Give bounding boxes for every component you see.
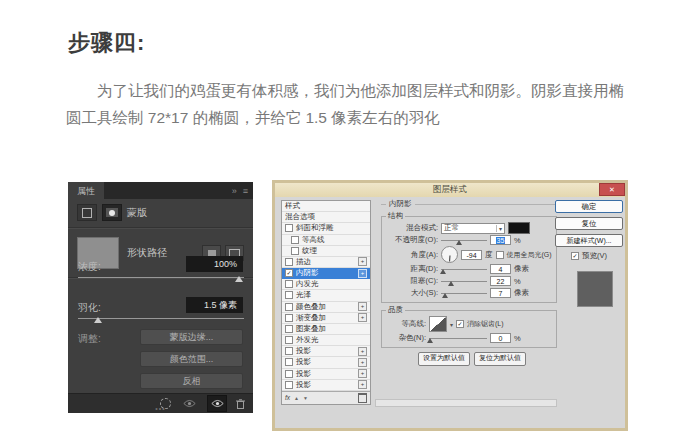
checkbox-icon[interactable] <box>285 325 293 333</box>
list-item-inner-glow[interactable]: 内发光 <box>282 279 370 290</box>
dialog-title: 图层样式 <box>433 184 467 196</box>
noise-slider[interactable] <box>429 334 487 343</box>
color-range-button[interactable]: 颜色范围... <box>140 351 243 367</box>
move-effect-up-icon[interactable]: ▲ <box>294 395 299 401</box>
list-item-inner-shadow[interactable]: ✓内阴影+ <box>282 268 370 279</box>
noise-unit: % <box>514 334 521 343</box>
list-item-drop-shadow[interactable]: 投影+ <box>282 380 370 391</box>
list-item-styles[interactable]: 样式 <box>282 201 370 212</box>
tab-properties[interactable]: 属性 <box>68 182 104 199</box>
close-icon[interactable]: ✕ <box>599 183 625 196</box>
feather-slider[interactable] <box>78 318 244 319</box>
dropdown-arrow-icon[interactable]: ▾ <box>450 321 453 328</box>
list-item-stroke[interactable]: 描边+ <box>282 257 370 268</box>
slider-thumb[interactable] <box>235 276 243 282</box>
checkbox-icon[interactable] <box>285 336 293 344</box>
angle-dial[interactable] <box>441 246 458 263</box>
choke-input[interactable]: 22 <box>490 276 511 286</box>
checkbox-icon[interactable] <box>285 347 293 355</box>
shadow-color-swatch[interactable] <box>508 222 530 234</box>
antialias-checkbox[interactable]: ✓ <box>456 320 464 328</box>
delete-effect-icon[interactable] <box>358 393 367 403</box>
list-item-drop-shadow[interactable]: 投影+ <box>282 369 370 380</box>
list-item-satin[interactable]: 光泽 <box>282 290 370 301</box>
checkbox-icon[interactable] <box>285 358 293 366</box>
checkbox-icon[interactable]: ✓ <box>285 269 293 277</box>
contour-picker[interactable] <box>429 316 447 332</box>
expand-icon[interactable]: + <box>358 358 367 367</box>
checkbox-icon[interactable] <box>285 381 293 389</box>
add-effect-fx-icon[interactable]: fx <box>285 394 290 401</box>
invert-button[interactable]: 反相 <box>140 373 243 389</box>
expand-icon[interactable]: + <box>358 302 367 311</box>
size-input[interactable]: 7 <box>490 288 511 298</box>
panel-menu-icon[interactable]: ≡ <box>243 186 248 196</box>
new-style-button[interactable]: 新建样式(W)... <box>555 234 623 247</box>
checkbox-icon[interactable] <box>285 224 293 232</box>
use-global-light-checkbox[interactable] <box>496 251 504 259</box>
reset-default-button[interactable]: 复位为默认值 <box>474 352 526 366</box>
expand-icon[interactable]: + <box>358 369 367 378</box>
reset-button[interactable]: 复位 <box>555 217 623 230</box>
square-glyph <box>82 208 92 218</box>
size-slider[interactable] <box>441 289 487 298</box>
list-item-blending-options[interactable]: 混合选项 <box>282 212 370 223</box>
ok-button[interactable]: 确定 <box>555 200 623 213</box>
feather-value[interactable]: 1.5 像素 <box>186 297 243 313</box>
apply-mask-eye-icon[interactable] <box>180 396 198 411</box>
slider-thumb[interactable] <box>94 317 102 323</box>
expand-icon[interactable]: + <box>358 380 367 389</box>
slider-thumb[interactable] <box>427 338 433 343</box>
blend-mode-select[interactable]: 正常 ▾ <box>441 223 505 234</box>
section-title: 内阴影 <box>389 199 412 209</box>
list-item-outer-glow[interactable]: 外发光 <box>282 335 370 346</box>
list-item-contour[interactable]: 等高线 <box>282 235 370 246</box>
checkbox-icon[interactable] <box>285 303 293 311</box>
expand-icon[interactable]: + <box>358 257 367 266</box>
mask-edge-button[interactable]: 蒙版边缘... <box>140 329 243 345</box>
expand-icon[interactable]: + <box>358 313 367 322</box>
list-item-drop-shadow[interactable]: 投影+ <box>282 357 370 368</box>
checkbox-icon[interactable] <box>285 258 293 266</box>
checkbox-icon[interactable] <box>285 370 293 378</box>
checkbox-icon[interactable] <box>285 291 293 299</box>
list-item-texture[interactable]: 纹理 <box>282 246 370 257</box>
enable-mask-eye-icon[interactable] <box>207 395 227 412</box>
distance-input[interactable]: 4 <box>490 264 511 274</box>
panel-resize-grip[interactable]: ••• <box>155 405 165 412</box>
delete-mask-icon[interactable] <box>236 399 245 409</box>
vector-mask-icon[interactable] <box>102 204 122 221</box>
expand-icon[interactable]: + <box>358 269 367 278</box>
slider-thumb[interactable] <box>442 293 448 298</box>
dialog-titlebar[interactable]: 图层样式 ✕ <box>275 183 625 197</box>
expand-icon[interactable]: + <box>358 347 367 356</box>
inner-shadow-panel: 内阴影 结构 混合模式: 正常 ▾ 不透明度(O): <box>381 199 557 366</box>
preview-checkbox[interactable]: ✓ <box>571 252 579 260</box>
slider-thumb[interactable] <box>440 269 446 274</box>
list-item-pattern-overlay[interactable]: 图案叠加 <box>282 324 370 335</box>
pixel-mask-icon[interactable] <box>77 204 97 221</box>
density-value[interactable]: 100% <box>186 256 243 272</box>
blend-mode-value: 正常 <box>444 223 459 233</box>
density-slider[interactable] <box>78 277 244 278</box>
move-effect-down-icon[interactable]: ▼ <box>303 395 308 401</box>
list-item-gradient-overlay[interactable]: 渐变叠加+ <box>282 313 370 324</box>
list-item-drop-shadow[interactable]: 投影+ <box>282 346 370 357</box>
opacity-input[interactable]: 35 <box>490 235 511 245</box>
list-item-color-overlay[interactable]: 颜色叠加+ <box>282 302 370 313</box>
checkbox-icon[interactable] <box>285 280 293 288</box>
list-item-bevel-emboss[interactable]: 斜面和浮雕 <box>282 223 370 234</box>
slider-thumb[interactable] <box>448 281 454 286</box>
angle-input[interactable]: -94 <box>461 250 482 260</box>
slider-thumb[interactable] <box>456 240 462 245</box>
make-default-button[interactable]: 设置为默认值 <box>418 352 470 366</box>
checkbox-icon[interactable] <box>291 236 299 244</box>
noise-input[interactable]: 0 <box>490 333 511 343</box>
checkbox-icon[interactable] <box>285 314 293 322</box>
panel-collapse-icon[interactable]: » <box>232 186 237 196</box>
opacity-slider[interactable] <box>441 236 487 245</box>
list-item-label: 投影 <box>296 346 311 356</box>
choke-slider[interactable] <box>441 277 487 286</box>
checkbox-icon[interactable] <box>291 247 299 255</box>
distance-slider[interactable] <box>441 265 487 274</box>
